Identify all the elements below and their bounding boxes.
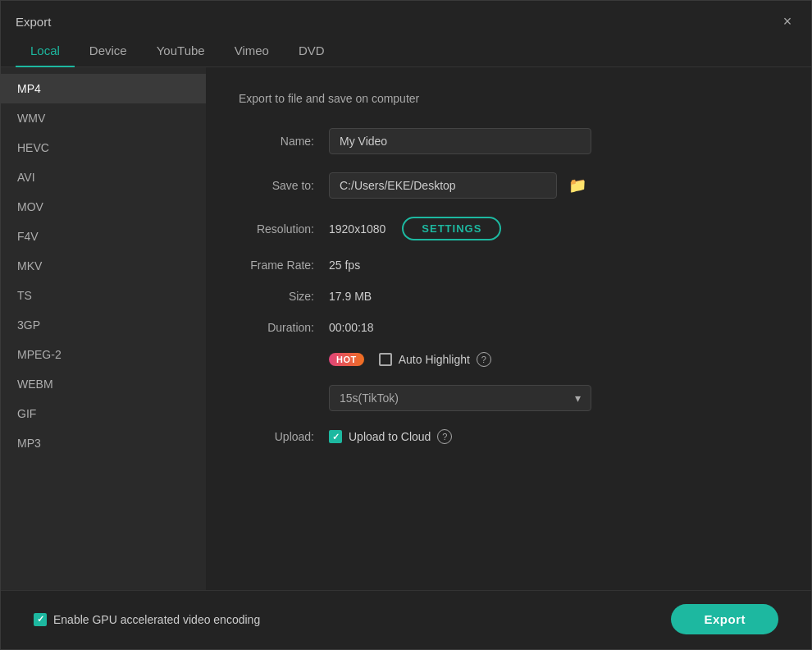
gpu-checkbox[interactable] — [34, 613, 47, 626]
section-title: Export to file and save on computer — [239, 92, 778, 105]
gpu-label: Enable GPU accelerated video encoding — [53, 613, 260, 626]
tab-device[interactable]: Device — [75, 37, 142, 67]
upload-to-cloud-label: Upload to Cloud — [349, 430, 431, 443]
hot-badge: HOT — [329, 353, 364, 366]
content-area: MP4 WMV HEVC AVI MOV F4V MKV TS 3GP MPEG… — [1, 67, 811, 590]
save-to-label: Save to: — [239, 179, 329, 192]
sidebar-item-f4v[interactable]: F4V — [1, 222, 206, 251]
upload-help-icon[interactable]: ? — [437, 429, 452, 444]
tab-local[interactable]: Local — [16, 37, 75, 67]
resolution-row: Resolution: 1920x1080 SETTINGS — [239, 217, 778, 240]
sidebar-item-wmv[interactable]: WMV — [1, 103, 206, 133]
frame-rate-value: 25 fps — [329, 259, 360, 272]
main-panel: Export to file and save on computer Name… — [206, 67, 811, 590]
export-dialog: Export × Local Device YouTube Vimeo DVD … — [0, 0, 812, 650]
sidebar-item-3gp[interactable]: 3GP — [1, 310, 206, 340]
auto-highlight-row: HOT Auto Highlight ? — [239, 352, 778, 367]
save-to-group: 📁 — [329, 172, 591, 199]
upload-group: Upload to Cloud ? — [329, 429, 452, 444]
sidebar-item-gif[interactable]: GIF — [1, 399, 206, 428]
size-label: Size: — [239, 290, 329, 303]
tab-dvd[interactable]: DVD — [284, 37, 340, 67]
upload-to-cloud-checkbox[interactable] — [329, 430, 342, 443]
sidebar-item-avi[interactable]: AVI — [1, 162, 206, 192]
duration-row: Duration: 00:00:18 — [239, 321, 778, 334]
title-bar: Export × — [1, 1, 811, 37]
sidebar-item-mkv[interactable]: MKV — [1, 251, 206, 281]
chevron-down-icon: ▾ — [575, 391, 581, 405]
resolution-value: 1920x1080 — [329, 222, 385, 236]
frame-rate-row: Frame Rate: 25 fps — [239, 259, 778, 272]
tab-youtube[interactable]: YouTube — [142, 37, 220, 67]
save-to-input[interactable] — [329, 172, 557, 199]
upload-label: Upload: — [239, 430, 329, 443]
sidebar-item-ts[interactable]: TS — [1, 281, 206, 310]
tab-bar: Local Device YouTube Vimeo DVD — [1, 37, 811, 67]
size-value: 17.9 MB — [329, 290, 372, 303]
name-input[interactable] — [329, 128, 591, 154]
gpu-row: Enable GPU accelerated video encoding — [34, 613, 260, 626]
tiktok-row: 15s(TikTok) ▾ — [329, 385, 778, 411]
resolution-label: Resolution: — [239, 222, 329, 236]
bottom-bar: Enable GPU accelerated video encoding Ex… — [1, 590, 811, 649]
duration-label: Duration: — [239, 321, 329, 334]
name-row: Name: — [239, 128, 778, 154]
dialog-title: Export — [16, 15, 51, 29]
folder-browse-button[interactable]: 📁 — [563, 173, 591, 198]
auto-highlight-label: Auto Highlight — [399, 353, 470, 366]
sidebar-item-mp4[interactable]: MP4 — [1, 74, 206, 103]
resolution-group: 1920x1080 SETTINGS — [329, 217, 501, 240]
auto-highlight-group: HOT Auto Highlight ? — [329, 352, 491, 367]
upload-row: Upload: Upload to Cloud ? — [239, 429, 778, 444]
settings-button[interactable]: SETTINGS — [402, 217, 501, 240]
name-label: Name: — [239, 135, 329, 148]
tab-vimeo[interactable]: Vimeo — [220, 37, 284, 67]
save-to-row: Save to: 📁 — [239, 172, 778, 199]
close-button[interactable]: × — [778, 12, 796, 30]
auto-highlight-checkbox[interactable] — [379, 353, 392, 366]
export-button[interactable]: Export — [671, 604, 778, 634]
sidebar: MP4 WMV HEVC AVI MOV F4V MKV TS 3GP MPEG… — [1, 67, 206, 590]
size-row: Size: 17.9 MB — [239, 290, 778, 303]
sidebar-item-mp3[interactable]: MP3 — [1, 428, 206, 458]
sidebar-item-mov[interactable]: MOV — [1, 192, 206, 222]
sidebar-item-webm[interactable]: WEBM — [1, 369, 206, 399]
sidebar-item-hevc[interactable]: HEVC — [1, 133, 206, 162]
tiktok-option-label: 15s(TikTok) — [340, 391, 399, 405]
sidebar-item-mpeg2[interactable]: MPEG-2 — [1, 340, 206, 369]
frame-rate-label: Frame Rate: — [239, 259, 329, 272]
auto-highlight-help-icon[interactable]: ? — [477, 352, 491, 367]
tiktok-dropdown[interactable]: 15s(TikTok) ▾ — [329, 385, 591, 411]
duration-value: 00:00:18 — [329, 321, 374, 334]
